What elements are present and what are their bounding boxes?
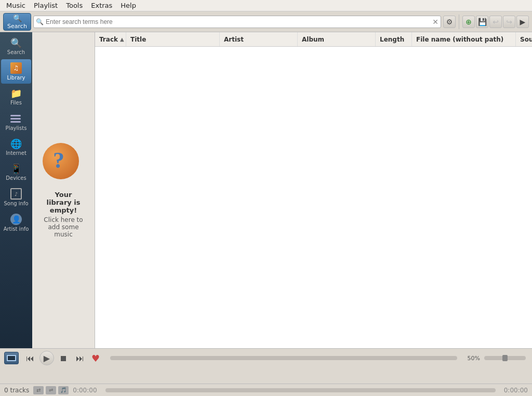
- sidebar-item-files[interactable]: Files: [1, 85, 31, 109]
- sidebar-label-library: Library: [7, 75, 25, 81]
- screen-mode-button[interactable]: [4, 352, 19, 364]
- screen-icon: [7, 355, 16, 361]
- sidebar-label-songinfo: Song info: [4, 201, 28, 206]
- search-input-wrap: 🔍 ✕: [33, 16, 441, 28]
- volume-knob[interactable]: [502, 355, 508, 361]
- sort-arrow-track: ▲: [120, 36, 124, 42]
- library-panel: ? Your library is empty! Click here to a…: [32, 32, 95, 348]
- search-icon: 🔍: [13, 14, 22, 22]
- search-clear-icon[interactable]: ✕: [432, 18, 438, 26]
- play-button-toolbar[interactable]: ▶: [516, 16, 529, 28]
- tracklist-header: Track ▲ Title Artist Album Length File n…: [95, 32, 532, 47]
- col-header-album[interactable]: Album: [298, 32, 376, 46]
- playlist-toolbar-buttons: ⊕ 💾 ↩ ↪ ▶: [462, 16, 529, 28]
- track-count: 0 tracks: [4, 387, 29, 394]
- sidebar-item-search[interactable]: Search: [1, 34, 31, 58]
- search-icon: [10, 37, 22, 48]
- player-controls: ⏮ ▶ ⏹ ⏭ ♥ 50%: [0, 349, 532, 367]
- sidebar-item-playlists[interactable]: Playlists: [1, 110, 31, 134]
- toolbar-divider-1: [459, 15, 459, 29]
- songinfo-icon: ♪: [10, 188, 22, 200]
- menu-tools[interactable]: Tools: [62, 1, 87, 10]
- status-timeline[interactable]: [105, 388, 496, 392]
- artistinfo-icon: 👤: [10, 214, 22, 225]
- search-button[interactable]: 🔍 Search: [3, 13, 31, 31]
- status-bar: 0 tracks ⇄ ⇌ 🎵 0:00:00 0:00:00: [0, 384, 532, 396]
- toolbar: 🔍 Search 🔍 ✕ ⚙ ⊕ 💾 ↩ ↪ ▶: [0, 11, 532, 32]
- col-header-title[interactable]: Title: [126, 32, 220, 46]
- love-button[interactable]: ♥: [91, 353, 100, 364]
- menu-help[interactable]: Help: [116, 1, 140, 10]
- search-button-label: Search: [7, 23, 27, 30]
- search-small-icon: 🔍: [36, 18, 44, 25]
- redo-button[interactable]: ↪: [503, 16, 515, 28]
- add-track-button[interactable]: ⊕: [462, 16, 475, 28]
- sidebar-label-devices: Devices: [6, 175, 26, 181]
- sidebar-item-library[interactable]: ♫ Library: [1, 59, 31, 84]
- sidebar-item-songinfo[interactable]: ♪ Song info: [1, 185, 31, 209]
- sidebar-label-playlists: Playlists: [6, 125, 27, 131]
- player-bar: ⏮ ▶ ⏹ ⏭ ♥ 50%: [0, 348, 532, 384]
- col-header-track[interactable]: Track ▲: [95, 32, 126, 46]
- search-options-button[interactable]: ⚙: [443, 16, 456, 28]
- sidebar-label-files: Files: [10, 100, 22, 105]
- progress-area: [102, 356, 465, 360]
- sidebar-label-artistinfo: Artist info: [4, 226, 29, 232]
- search-input[interactable]: [46, 18, 431, 25]
- library-empty-subtitle: Click here to add some music: [43, 216, 84, 238]
- menu-extras[interactable]: Extras: [87, 1, 116, 10]
- col-header-source[interactable]: Source: [516, 32, 532, 46]
- save-playlist-button[interactable]: 💾: [476, 16, 488, 28]
- time-elapsed: 0:00:00: [73, 387, 97, 394]
- sidebar-item-artistinfo[interactable]: 👤 Artist info: [1, 210, 31, 235]
- shuffle-icon[interactable]: ⇌: [46, 386, 56, 394]
- undo-button[interactable]: ↩: [489, 16, 502, 28]
- status-icons: ⇄ ⇌ 🎵: [33, 386, 69, 394]
- sidebar-label-internet: Internet: [6, 150, 26, 156]
- col-header-filename[interactable]: File name (without path): [412, 32, 516, 46]
- menubar: Music Playlist Tools Extras Help: [0, 0, 532, 11]
- next-button[interactable]: ⏭: [73, 351, 87, 365]
- repeat-icon[interactable]: ⇄: [33, 386, 44, 394]
- files-icon: [10, 88, 22, 99]
- stop-button[interactable]: ⏹: [56, 351, 71, 365]
- tracklist-area: Track ▲ Title Artist Album Length File n…: [95, 32, 532, 348]
- main-area: Search ♫ Library Files Playlists Interne…: [0, 32, 532, 348]
- library-icon: ♫: [10, 62, 22, 74]
- playlists-icon: [10, 113, 22, 124]
- play-pause-button[interactable]: ▶: [39, 351, 54, 365]
- sidebar-label-search: Search: [7, 49, 25, 55]
- volume-bar[interactable]: [484, 356, 526, 360]
- library-question-icon: ?: [43, 143, 84, 184]
- menu-playlist[interactable]: Playlist: [30, 1, 62, 10]
- sidebar-item-internet[interactable]: Internet: [1, 135, 31, 159]
- library-empty-title: Your library is empty!: [43, 191, 84, 214]
- eq-icon[interactable]: 🎵: [58, 386, 69, 394]
- library-empty-area[interactable]: ? Your library is empty! Click here to a…: [32, 32, 95, 348]
- internet-icon: [10, 138, 22, 149]
- volume-label: 50%: [468, 355, 480, 362]
- sidebar: Search ♫ Library Files Playlists Interne…: [0, 32, 32, 348]
- progress-bar[interactable]: [110, 356, 457, 360]
- prev-button[interactable]: ⏮: [23, 351, 37, 365]
- time-remaining: 0:00:00: [504, 387, 528, 394]
- sidebar-item-devices[interactable]: Devices: [1, 160, 31, 184]
- menu-music[interactable]: Music: [2, 1, 30, 10]
- col-header-length[interactable]: Length: [376, 32, 412, 46]
- tracklist-body: [95, 47, 532, 348]
- col-header-artist[interactable]: Artist: [220, 32, 298, 46]
- devices-icon: [10, 163, 22, 174]
